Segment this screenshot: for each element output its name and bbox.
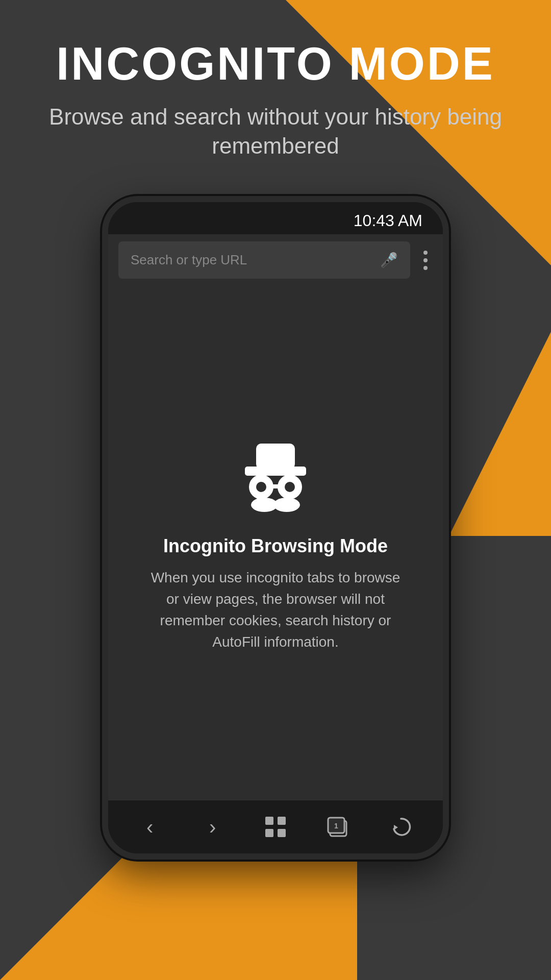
header-subtitle: Browse and search without your history b…	[31, 102, 520, 160]
svg-rect-0	[256, 444, 295, 469]
back-button[interactable]: ‹	[130, 812, 170, 842]
menu-button[interactable]	[418, 246, 433, 275]
svg-rect-12	[278, 829, 286, 837]
svg-rect-9	[265, 817, 273, 825]
status-bar: 10:43 AM	[108, 202, 443, 234]
address-bar[interactable]: Search or type URL 🎤	[118, 241, 410, 279]
refresh-button[interactable]	[381, 812, 421, 842]
incognito-description: When you use incognito tabs to browse or…	[148, 567, 403, 653]
svg-rect-10	[278, 817, 286, 825]
incognito-heading: Incognito Browsing Mode	[163, 535, 388, 557]
svg-point-7	[256, 482, 266, 492]
svg-point-8	[285, 482, 295, 492]
bottom-navigation: ‹ › 1	[108, 800, 443, 853]
apps-button[interactable]	[255, 812, 296, 842]
menu-dot	[423, 258, 428, 262]
back-icon: ‹	[146, 816, 153, 839]
svg-rect-1	[245, 467, 306, 476]
svg-text:1: 1	[334, 822, 338, 830]
apps-icon	[264, 816, 287, 838]
forward-button[interactable]: ›	[192, 812, 233, 842]
tabs-button[interactable]: 1	[318, 812, 359, 842]
address-placeholder: Search or type URL	[131, 252, 247, 268]
mic-icon[interactable]: 🎤	[380, 252, 398, 268]
incognito-icon	[235, 433, 316, 515]
status-time: 10:43 AM	[354, 211, 422, 230]
address-bar-container[interactable]: Search or type URL 🎤	[108, 234, 443, 286]
menu-dot	[423, 251, 428, 255]
forward-icon: ›	[209, 816, 216, 839]
svg-point-6	[273, 498, 300, 512]
header: INCOGNITO MODE Browse and search without…	[0, 0, 551, 181]
refresh-icon	[390, 816, 412, 838]
svg-rect-4	[271, 484, 280, 488]
menu-dot	[423, 266, 428, 270]
phone: 10:43 AM Search or type URL 🎤	[102, 196, 449, 860]
svg-marker-16	[394, 825, 398, 830]
browser-content: Incognito Browsing Mode When you use inc…	[108, 286, 443, 800]
phone-mockup: 10:43 AM Search or type URL 🎤	[0, 196, 551, 860]
page-title: INCOGNITO MODE	[31, 41, 520, 87]
svg-rect-11	[265, 829, 273, 837]
tabs-icon: 1	[326, 815, 350, 839]
